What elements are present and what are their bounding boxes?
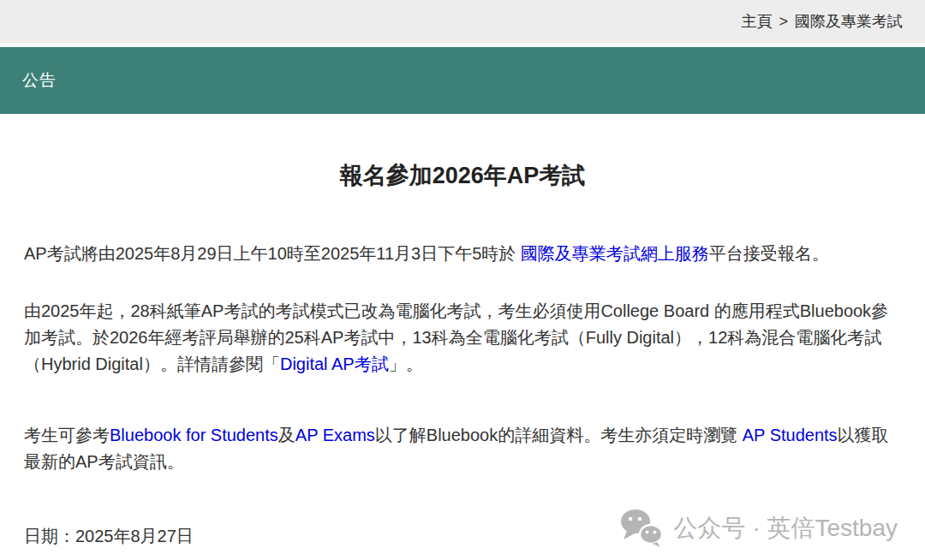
page-title: 報名參加2026年AP考試 bbox=[24, 160, 901, 191]
p3-text-2: 及 bbox=[278, 426, 295, 444]
p2-text-end: 」。 bbox=[389, 354, 423, 373]
paragraph-bluebook-info: 考生可參考Bluebook for Students及AP Exams以了解Bl… bbox=[24, 422, 901, 475]
p1-text: AP考試將由2025年8月29日上午10時至2025年11月3日下午5時於 bbox=[24, 244, 521, 263]
paragraph-digital-exam: 由2025年起，28科紙筆AP考試的考試模式已改為電腦化考試，考生必須使用Col… bbox=[24, 298, 901, 378]
online-services-link[interactable]: 國際及專業考試網上服務 bbox=[521, 244, 709, 263]
p1-text-end: 平台接受報名。 bbox=[709, 244, 829, 263]
breadcrumb-current: 國際及專業考試 bbox=[795, 11, 903, 32]
announcement-banner: 公告 bbox=[0, 47, 925, 114]
breadcrumb: 主頁 > 國際及專業考試 bbox=[741, 11, 903, 32]
p2-text: 由2025年起，28科紙筆AP考試的考試模式已改為電腦化考試，考生必須使用Col… bbox=[24, 301, 888, 373]
paragraph-registration-period: AP考試將由2025年8月29日上午10時至2025年11月3日下午5時於 國際… bbox=[24, 241, 901, 267]
breadcrumb-home-link[interactable]: 主頁 bbox=[741, 11, 772, 32]
p3-text-3: 以了解Bluebook的詳細資料。考生亦須定時瀏覽 bbox=[375, 426, 743, 444]
date-line: 日期：2025年8月27日 bbox=[24, 525, 901, 548]
top-bar: 主頁 > 國際及專業考試 bbox=[0, 0, 925, 43]
ap-students-link[interactable]: AP Students bbox=[743, 426, 838, 444]
ap-exams-link[interactable]: AP Exams bbox=[295, 426, 375, 444]
digital-ap-link[interactable]: Digital AP考試 bbox=[280, 354, 389, 373]
breadcrumb-separator: > bbox=[779, 13, 788, 31]
announcement-banner-label: 公告 bbox=[22, 69, 57, 92]
article-content: 報名參加2026年AP考試 AP考試將由2025年8月29日上午10時至2025… bbox=[0, 160, 925, 548]
p3-text-1: 考生可參考 bbox=[24, 426, 110, 444]
bluebook-for-students-link[interactable]: Bluebook for Students bbox=[110, 426, 278, 444]
